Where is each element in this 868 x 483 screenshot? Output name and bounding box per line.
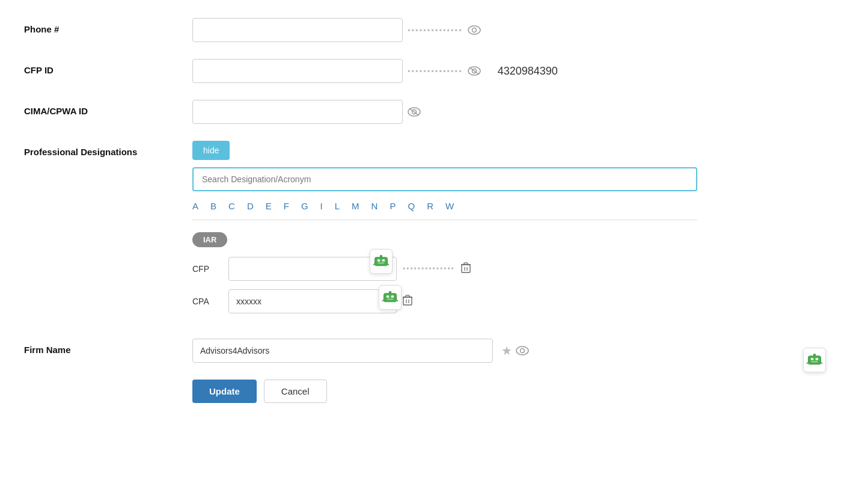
phone-label: Phone # bbox=[24, 18, 192, 34]
cfp-id-visibility-icon[interactable] bbox=[468, 66, 481, 76]
cpa-delete-icon[interactable] bbox=[403, 295, 412, 308]
alpha-B[interactable]: B bbox=[210, 201, 216, 211]
svg-rect-39 bbox=[811, 361, 818, 363]
svg-rect-30 bbox=[387, 295, 389, 298]
svg-point-0 bbox=[468, 26, 480, 34]
alpha-D[interactable]: D bbox=[247, 201, 254, 211]
phone-masked-value: •••••••••••••• bbox=[408, 26, 463, 35]
alpha-I[interactable]: I bbox=[320, 201, 323, 211]
cfp-row-masked: •••••••••••••• bbox=[403, 265, 455, 273]
iar-badge: IAR bbox=[192, 232, 227, 247]
svg-rect-8 bbox=[462, 265, 470, 272]
svg-line-41 bbox=[807, 362, 808, 364]
robot-icon-cpa[interactable] bbox=[379, 285, 402, 310]
svg-line-34 bbox=[382, 300, 384, 301]
action-buttons: Update Cancel bbox=[24, 380, 697, 403]
firm-favorite-icon[interactable]: ★ bbox=[501, 343, 512, 358]
cfp-id-display-value: 4320984390 bbox=[498, 65, 558, 78]
firm-visibility-icon[interactable] bbox=[516, 346, 529, 355]
robot-icon-firm[interactable] bbox=[803, 348, 826, 372]
svg-rect-31 bbox=[391, 295, 394, 298]
svg-line-35 bbox=[397, 300, 399, 301]
alpha-F[interactable]: F bbox=[284, 201, 289, 211]
svg-rect-32 bbox=[387, 299, 394, 300]
robot-icon-cfp[interactable] bbox=[370, 249, 393, 274]
cima-label: CIMA/CPWA ID bbox=[24, 100, 192, 116]
svg-line-42 bbox=[821, 362, 823, 364]
svg-line-21 bbox=[388, 263, 390, 265]
alpha-A[interactable]: A bbox=[192, 201, 198, 211]
alpha-R[interactable]: R bbox=[427, 201, 433, 211]
svg-rect-15 bbox=[375, 257, 388, 266]
alpha-M[interactable]: M bbox=[352, 201, 359, 211]
cima-input[interactable] bbox=[192, 100, 403, 124]
alpha-W[interactable]: W bbox=[445, 201, 454, 211]
search-designation-input[interactable] bbox=[192, 167, 697, 191]
svg-rect-22 bbox=[403, 297, 412, 305]
alpha-L[interactable]: L bbox=[335, 201, 340, 211]
svg-rect-33 bbox=[389, 291, 391, 294]
alpha-P[interactable]: P bbox=[390, 201, 396, 211]
svg-rect-17 bbox=[382, 259, 385, 262]
cima-visibility-icon[interactable] bbox=[408, 107, 421, 117]
cfp-id-label: CFP ID bbox=[24, 59, 192, 75]
svg-rect-40 bbox=[813, 354, 816, 356]
cfp-row-label: CFP bbox=[192, 264, 222, 274]
svg-point-43 bbox=[516, 346, 528, 355]
svg-rect-18 bbox=[378, 263, 385, 264]
cfp-id-input[interactable] bbox=[192, 59, 403, 83]
svg-rect-16 bbox=[377, 259, 380, 262]
alpha-G[interactable]: G bbox=[301, 201, 308, 211]
svg-point-1 bbox=[472, 28, 476, 32]
firm-name-input[interactable] bbox=[192, 339, 493, 363]
prof-desig-label: Professional Designations bbox=[24, 141, 192, 157]
update-button[interactable]: Update bbox=[192, 380, 257, 403]
cfp-id-masked-value: •••••••••••••• bbox=[408, 67, 463, 76]
alpha-E[interactable]: E bbox=[266, 201, 272, 211]
cancel-button[interactable]: Cancel bbox=[264, 380, 327, 403]
cpa-row-input[interactable] bbox=[228, 289, 397, 313]
alpha-Q[interactable]: Q bbox=[408, 201, 415, 211]
phone-input[interactable] bbox=[192, 18, 403, 42]
svg-rect-37 bbox=[811, 358, 813, 360]
firm-name-label: Firm Name bbox=[24, 339, 192, 355]
phone-visibility-icon[interactable] bbox=[468, 25, 481, 35]
cpa-designation-row: CPA bbox=[192, 289, 697, 313]
hide-button[interactable]: hide bbox=[192, 141, 230, 160]
svg-point-44 bbox=[521, 349, 525, 353]
svg-rect-36 bbox=[808, 356, 821, 365]
alpha-N[interactable]: N bbox=[371, 201, 378, 211]
svg-line-20 bbox=[373, 263, 375, 265]
svg-rect-38 bbox=[816, 358, 818, 360]
alpha-C[interactable]: C bbox=[228, 201, 235, 211]
cfp-delete-icon[interactable] bbox=[461, 262, 471, 275]
cpa-row-label: CPA bbox=[192, 297, 222, 306]
alphabet-navigation: A B C D E F G I L M N P Q R W bbox=[192, 201, 697, 220]
svg-rect-29 bbox=[384, 294, 397, 302]
cfp-designation-row: CFP •••••••••••••• bbox=[192, 257, 697, 281]
svg-rect-19 bbox=[380, 255, 382, 257]
